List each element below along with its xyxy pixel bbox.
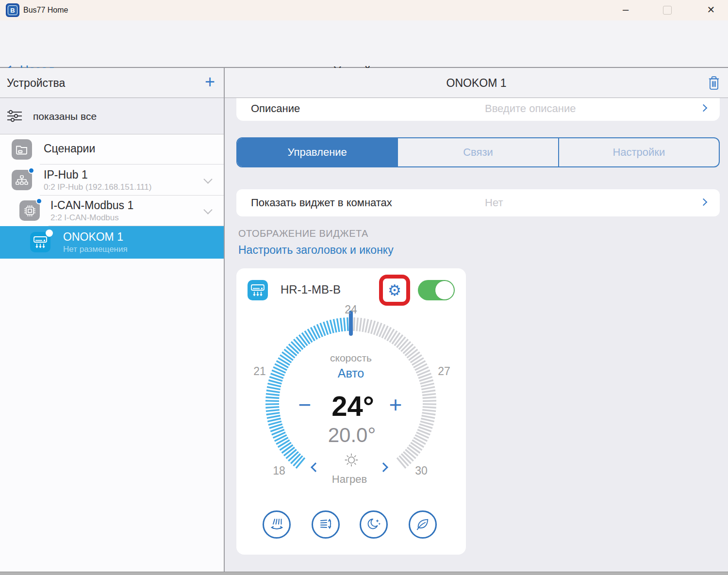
- tab-control[interactable]: Управление: [237, 138, 397, 166]
- sidebar-item-label: IP-Hub 1: [44, 168, 88, 181]
- description-label: Описание: [251, 98, 300, 119]
- eco-mode-button[interactable]: [409, 510, 437, 539]
- sidebar-item-subtitle: Нет размещения: [63, 245, 128, 254]
- dial-max-tick-label: 30: [415, 464, 428, 477]
- sidebar-item-onokom[interactable]: ONOKOM 1 Нет размещения: [0, 226, 224, 259]
- sidebar-item-label: ONOKOM 1: [63, 230, 123, 244]
- setpoint-temperature: 24°: [331, 390, 374, 422]
- sun-mode-icon: [343, 451, 360, 469]
- temp-plus-button[interactable]: +: [389, 392, 402, 418]
- chevron-down-icon[interactable]: [203, 175, 212, 183]
- description-placeholder: Введите описание: [485, 98, 576, 119]
- show-widget-label: Показать виджет в комнатах: [251, 189, 392, 216]
- filter-label: показаны все: [33, 98, 97, 134]
- nav-header: Назад Устройства: [0, 20, 728, 68]
- maximize-button[interactable]: [663, 6, 672, 15]
- chip-icon: [19, 200, 40, 221]
- sidebar-item-ip-hub[interactable]: IP-Hub 1 0:2 IP-Hub (192.168.151.111): [0, 164, 224, 196]
- sidebar-item-subtitle: 0:2 IP-Hub (192.168.151.111): [44, 182, 151, 192]
- status-badge: [28, 167, 34, 174]
- night-mode-button[interactable]: [360, 510, 388, 539]
- chevron-right-icon: [700, 198, 708, 206]
- swing-horizontal-icon: [269, 518, 284, 531]
- app-logo-icon: B: [6, 3, 19, 17]
- status-badge: [46, 230, 53, 237]
- current-temperature: 20.0°: [328, 424, 376, 447]
- dial-top-tick-label: 24: [345, 303, 357, 316]
- sidebar-item-label: Сценарии: [44, 142, 95, 155]
- bottom-scrollbar-strip[interactable]: [0, 572, 728, 575]
- temp-minus-button[interactable]: −: [298, 392, 312, 418]
- devices-sidebar: Устройства + показаны все Сценарии: [0, 68, 224, 572]
- leaf-icon: [415, 517, 430, 532]
- chevron-down-icon[interactable]: [203, 205, 212, 214]
- sidebar-header: Устройства +: [0, 68, 224, 98]
- show-widget-value: Нет: [485, 189, 503, 216]
- chevron-right-icon: [700, 104, 708, 112]
- sidebar-item-ican-modbus[interactable]: I-CAN-Modbus 1 2:2 I-CAN-Modbus: [0, 196, 224, 226]
- status-badge: [36, 198, 42, 204]
- dial-left-tick-label: 21: [253, 365, 266, 378]
- tab-bar: Управление Связи Настройки: [236, 137, 720, 167]
- description-row[interactable]: Описание Введите описание: [236, 98, 720, 121]
- speed-value[interactable]: Авто: [338, 366, 364, 380]
- add-device-button[interactable]: +: [205, 68, 215, 96]
- sidebar-item-scenarios[interactable]: Сценарии: [0, 134, 224, 164]
- swing-vertical-button[interactable]: [312, 510, 340, 539]
- sidebar-item-subtitle: 2:2 I-CAN-Modbus: [50, 213, 119, 223]
- widget-name: HR-1-MB-B: [281, 283, 341, 296]
- speed-label: скорость: [330, 352, 372, 364]
- window-title: Bus77 Home: [23, 0, 68, 20]
- dial-min-tick-label: 18: [273, 464, 285, 477]
- swing-vertical-icon: [318, 518, 333, 531]
- window-titlebar: B Bus77 Home – ✕: [0, 0, 728, 20]
- tab-links[interactable]: Связи: [397, 138, 558, 166]
- close-button[interactable]: ✕: [703, 0, 719, 20]
- sidebar-title: Устройства: [7, 68, 65, 98]
- filter-row[interactable]: показаны все: [0, 98, 224, 134]
- dial-right-tick-label: 27: [438, 365, 450, 378]
- ac-unit-icon: [30, 232, 50, 252]
- widget-preview-card: HR-1-MB-B ⚙ 24 21 27 18 30 скорость Авто…: [236, 268, 466, 555]
- folder-icon: [12, 139, 32, 160]
- swing-horizontal-button[interactable]: [263, 510, 291, 539]
- configure-title-icon-link[interactable]: Настроить заголовок и иконку: [238, 244, 394, 257]
- device-panel: ONOKOM 1 Описание Введите описание Управ…: [225, 68, 728, 572]
- show-widget-row[interactable]: Показать виджет в комнатах Нет: [236, 189, 720, 216]
- filter-sliders-icon: [7, 110, 22, 122]
- device-title: ONOKOM 1: [225, 68, 728, 98]
- tab-settings[interactable]: Настройки: [558, 138, 719, 166]
- minimize-button[interactable]: –: [617, 0, 634, 20]
- hub-icon: [12, 170, 32, 190]
- section-title: ОТОБРАЖЕНИЕ ВИДЖЕТА: [238, 228, 368, 239]
- delete-device-icon[interactable]: [708, 76, 720, 90]
- mode-label: Нагрев: [332, 473, 367, 486]
- moon-icon: [366, 517, 381, 532]
- sidebar-item-label: I-CAN-Modbus 1: [50, 199, 133, 212]
- panel-header: ONOKOM 1: [225, 68, 728, 98]
